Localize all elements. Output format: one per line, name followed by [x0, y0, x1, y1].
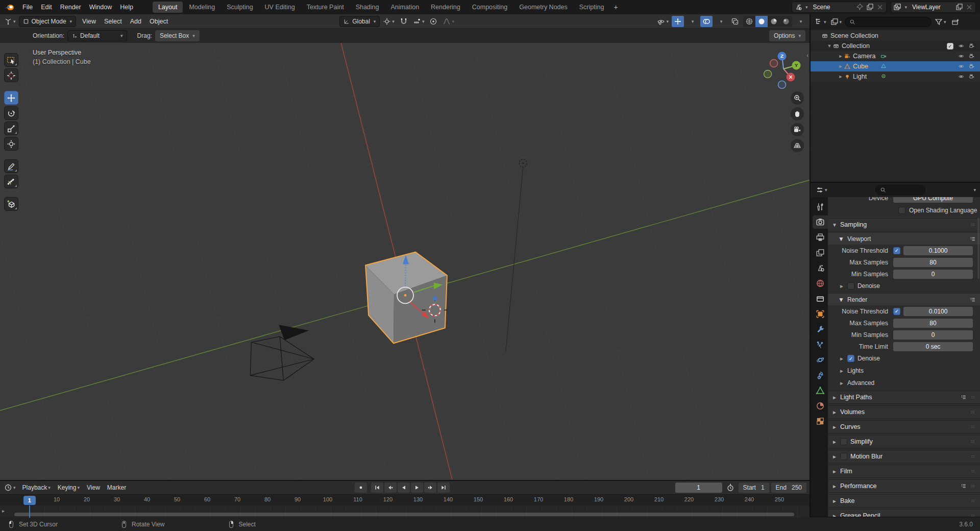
disclosure-closed-icon[interactable]: ►: [837, 54, 844, 59]
hide-eye-toggle[interactable]: [958, 43, 964, 49]
play-button[interactable]: [411, 482, 423, 493]
properties-scrollbar[interactable]: [977, 218, 979, 279]
shading-wireframe-button[interactable]: [743, 16, 755, 27]
denoise-checkbox[interactable]: ✓: [847, 355, 854, 362]
properties-options-dropdown[interactable]: ▾: [973, 187, 976, 192]
outliner-filter-button[interactable]: ▾: [934, 16, 947, 28]
panel-motion-blur[interactable]: ►Motion Blur: [828, 450, 980, 463]
render-visibility-toggle[interactable]: [969, 53, 975, 59]
panel-sampling[interactable]: ▼Sampling: [828, 218, 980, 231]
properties-tab-render[interactable]: [813, 215, 828, 229]
start-frame-field[interactable]: Start 1: [739, 482, 769, 493]
subpanel-advanced[interactable]: ►Advanced: [828, 377, 980, 389]
workspace-tab-shading[interactable]: Shading: [350, 2, 385, 13]
current-frame-field[interactable]: 1: [675, 482, 722, 493]
panel-volumes[interactable]: ►Volumes: [828, 405, 980, 419]
exclude-checkbox[interactable]: ✓: [947, 43, 953, 50]
workspace-tab-scripting[interactable]: Scripting: [574, 2, 610, 13]
next-keyframe-button[interactable]: [424, 482, 436, 493]
disclosure-closed-icon[interactable]: ►: [837, 64, 844, 69]
outliner-row-scene-collection[interactable]: Scene Collection: [811, 31, 980, 41]
denoise-checkbox[interactable]: [847, 282, 854, 289]
property-value-field[interactable]: 0 sec: [893, 342, 973, 351]
panel-performance[interactable]: ►Performance: [828, 479, 980, 493]
select-box-tool[interactable]: [4, 53, 18, 67]
workspace-tab-uv-editing[interactable]: UV Editing: [259, 2, 301, 13]
menu-help[interactable]: Help: [116, 1, 137, 13]
workspace-tab-texture-paint[interactable]: Texture Paint: [301, 2, 350, 13]
rotate-tool[interactable]: [4, 106, 18, 120]
property-value-field[interactable]: 0: [893, 330, 973, 340]
playhead[interactable]: 1: [23, 496, 36, 505]
scene-name[interactable]: Scene: [810, 4, 853, 11]
pivot-point-dropdown[interactable]: ▾: [382, 16, 396, 27]
hide-eye-toggle[interactable]: [958, 74, 964, 80]
object-visibility-dropdown[interactable]: ▾: [656, 16, 670, 27]
panel-checkbox[interactable]: [840, 453, 847, 460]
viewport-canvas[interactable]: X Y Z User Perspective (1) Collection | …: [0, 43, 810, 480]
properties-tab-physics[interactable]: [813, 353, 828, 367]
hide-eye-toggle[interactable]: [958, 53, 964, 59]
timeline-ruler[interactable]: 1020304050607080901001101201301401501601…: [0, 494, 810, 505]
transform-orientation-dropdown[interactable]: Global ▾: [339, 16, 380, 27]
prev-keyframe-button[interactable]: [384, 482, 397, 493]
record-button[interactable]: [355, 482, 367, 493]
osl-checkbox[interactable]: [898, 207, 905, 214]
property-value-field[interactable]: 80: [893, 258, 973, 267]
panel-render[interactable]: ▼Render: [828, 293, 980, 305]
workspace-tab-compositing[interactable]: Compositing: [467, 2, 513, 13]
subpanel-denoise[interactable]: ►Denoise: [828, 280, 980, 292]
shading-material-button[interactable]: [768, 16, 780, 27]
viewport-menu-object[interactable]: Object: [145, 15, 172, 28]
properties-tab-object-data[interactable]: [813, 384, 828, 397]
blender-logo-icon[interactable]: [4, 2, 15, 12]
jump-to-end-button[interactable]: [437, 482, 450, 493]
close-icon[interactable]: [876, 3, 884, 11]
panel-curves[interactable]: ►Curves: [828, 420, 980, 433]
outliner-row-light[interactable]: ►Light: [811, 71, 980, 82]
workspace-tab-sculpting[interactable]: Sculpting: [221, 2, 258, 13]
property-value-field[interactable]: 0: [893, 270, 973, 279]
properties-tab-world[interactable]: [813, 277, 828, 290]
use-preview-range-button[interactable]: [724, 482, 737, 493]
ortho-toggle-button[interactable]: [791, 139, 804, 152]
properties-tab-tool[interactable]: [813, 200, 828, 213]
properties-tab-material[interactable]: [813, 399, 828, 413]
properties-tab-constraints[interactable]: [813, 369, 828, 382]
jump-to-start-button[interactable]: [371, 482, 383, 493]
move-tool[interactable]: [4, 91, 18, 105]
outliner-row-cube[interactable]: ►Cube: [811, 61, 980, 71]
panel-light-paths[interactable]: ►Light Paths: [828, 391, 980, 404]
properties-tab-output[interactable]: [813, 231, 828, 244]
workspace-tab-rendering[interactable]: Rendering: [425, 2, 466, 13]
timeline-menu-keying[interactable]: Keying▾: [54, 482, 83, 493]
render-visibility-toggle[interactable]: [969, 74, 975, 80]
workspace-tab-layout[interactable]: Layout: [153, 2, 183, 13]
menu-file[interactable]: File: [18, 1, 37, 13]
add-workspace-button[interactable]: +: [610, 2, 621, 13]
panel-bake[interactable]: ►Bake: [828, 494, 980, 508]
panel-collapse-arrow[interactable]: ‹: [806, 52, 808, 58]
add-cube-tool[interactable]: [4, 197, 18, 211]
pin-icon[interactable]: [855, 3, 864, 11]
hide-eye-toggle[interactable]: [958, 63, 964, 69]
editor-type-button[interactable]: ▾: [3, 16, 17, 27]
menu-edit[interactable]: Edit: [37, 1, 56, 13]
drag-mode-dropdown[interactable]: Select Box ▾: [155, 30, 200, 41]
workspace-tab-animation[interactable]: Animation: [385, 2, 425, 13]
subpanel-lights[interactable]: ►Lights: [828, 365, 980, 377]
pan-view-button[interactable]: [791, 107, 804, 120]
subpanel-denoise[interactable]: ►✓Denoise: [828, 352, 980, 365]
timeline-scrollbar[interactable]: [14, 513, 794, 516]
camera-view-button[interactable]: [791, 123, 804, 136]
panel-checkbox[interactable]: [840, 438, 847, 445]
copy-icon[interactable]: [955, 3, 963, 11]
device-dropdown[interactable]: GPU Compute: [893, 197, 973, 203]
xray-toggle-button[interactable]: [729, 16, 741, 27]
overlays-toggle-button[interactable]: [700, 16, 713, 27]
property-checkbox[interactable]: ✓: [893, 308, 900, 315]
timeline-menu-playback[interactable]: Playback▾: [19, 482, 54, 493]
properties-editor-type-button[interactable]: ▾: [815, 184, 828, 196]
shading-dropdown[interactable]: ▾: [794, 16, 806, 27]
timeline-editor-type-button[interactable]: ▾: [3, 482, 17, 493]
